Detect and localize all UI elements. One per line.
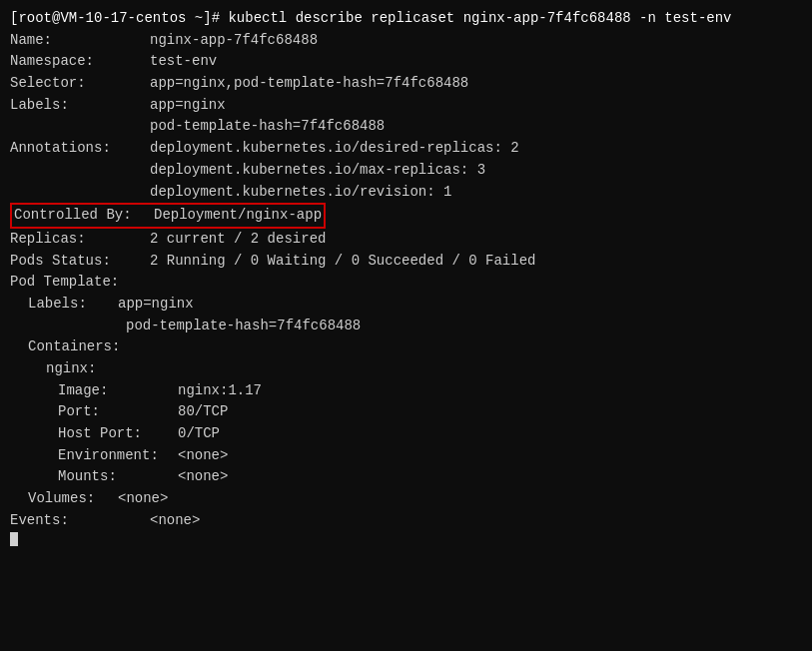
terminal-row: Environment:<none> (10, 445, 802, 467)
row-key: Namespace: (10, 51, 150, 73)
row-key (10, 160, 150, 182)
terminal-row: pod-template-hash=7f4fc68488 (10, 116, 802, 138)
prompt-text: [root@VM-10-17-centos ~]# kubectl descri… (10, 8, 732, 30)
indent-spacer (10, 445, 58, 467)
terminal-row: Selector:app=nginx,pod-template-hash=7f4… (10, 73, 802, 95)
row-key: Pod Template: (10, 272, 150, 294)
terminal-row: Replicas:2 current / 2 desired (10, 229, 802, 251)
terminal-row: Mounts:<none> (10, 466, 802, 488)
row-value: 0/TCP (178, 423, 220, 445)
row-key: Annotations: (10, 138, 150, 160)
cursor (10, 532, 18, 546)
row-key: Name: (10, 30, 150, 52)
row-value: <none> (118, 488, 168, 510)
terminal-row: deployment.kubernetes.io/revision: 1 (10, 182, 802, 204)
terminal-row: Pods Status:2 Running / 0 Waiting / 0 Su… (10, 251, 802, 273)
indent-spacer (10, 423, 58, 445)
row-value: app=nginx (150, 95, 226, 117)
indent-spacer (10, 401, 58, 423)
terminal-row: Labels:app=nginx (10, 294, 802, 316)
terminal-row: Labels:app=nginx (10, 95, 802, 117)
row-value: nginx-app-7f4fc68488 (150, 30, 318, 52)
row-key: nginx: (46, 358, 126, 380)
prompt-line: [root@VM-10-17-centos ~]# kubectl descri… (10, 8, 802, 30)
row-key: Containers: (28, 336, 120, 358)
indent-spacer (10, 358, 46, 380)
row-value: app=nginx (118, 294, 194, 316)
row-key: Pods Status: (10, 251, 150, 273)
highlighted-controlled-by: Controlled By:Deployment/nginx-app (10, 203, 326, 229)
terminal-row: nginx: (10, 358, 802, 380)
indent-spacer (10, 316, 46, 337)
terminal-row: deployment.kubernetes.io/max-replicas: 3 (10, 160, 802, 182)
row-value: test-env (150, 51, 217, 73)
row-key: Image: (58, 380, 178, 402)
row-key: Port: (58, 401, 178, 423)
row-key (46, 316, 126, 337)
row-value: pod-template-hash=7f4fc68488 (126, 316, 361, 337)
terminal-row: Port:80/TCP (10, 401, 802, 423)
terminal-row: pod-template-hash=7f4fc68488 (10, 316, 802, 337)
row-value: app=nginx,pod-template-hash=7f4fc68488 (150, 73, 468, 95)
terminal-row: Namespace:test-env (10, 51, 802, 73)
row-key: Controlled By: (14, 205, 154, 227)
row-key: Volumes: (28, 488, 118, 510)
row-key (10, 116, 150, 138)
terminal-row: Events:<none> (10, 510, 802, 532)
row-key: Environment: (58, 445, 178, 467)
indent-spacer (10, 294, 28, 316)
row-value: <none> (150, 510, 200, 532)
row-value: deployment.kubernetes.io/revision: 1 (150, 182, 451, 204)
row-key: Labels: (28, 294, 118, 316)
cursor-line (10, 532, 802, 546)
terminal-row: Image:nginx:1.17 (10, 380, 802, 402)
indent-spacer (10, 488, 28, 510)
terminal-row: Containers: (10, 336, 802, 358)
row-key: Mounts: (58, 466, 178, 488)
terminal-row: Name:nginx-app-7f4fc68488 (10, 30, 802, 52)
row-value: 2 Running / 0 Waiting / 0 Succeeded / 0 … (150, 251, 535, 273)
row-key: Replicas: (10, 229, 150, 251)
row-value: deployment.kubernetes.io/desired-replica… (150, 138, 519, 160)
row-key (10, 182, 150, 204)
row-key: Host Port: (58, 423, 178, 445)
terminal-row: Volumes:<none> (10, 488, 802, 510)
indent-spacer (10, 336, 28, 358)
row-value: 2 current / 2 desired (150, 229, 326, 251)
indent-spacer (10, 466, 58, 488)
row-value: deployment.kubernetes.io/max-replicas: 3 (150, 160, 485, 182)
row-key: Events: (10, 510, 150, 532)
terminal-row: Controlled By:Deployment/nginx-app (10, 203, 802, 229)
terminal-row: Annotations:deployment.kubernetes.io/des… (10, 138, 802, 160)
row-value: Deployment/nginx-app (154, 205, 322, 227)
terminal-window: [root@VM-10-17-centos ~]# kubectl descri… (10, 8, 802, 651)
row-value: 80/TCP (178, 401, 228, 423)
row-value: <none> (178, 445, 228, 467)
terminal-row: Host Port:0/TCP (10, 423, 802, 445)
row-value: <none> (178, 466, 228, 488)
indent-spacer (10, 380, 58, 402)
terminal-row: Pod Template: (10, 272, 802, 294)
row-key: Labels: (10, 95, 150, 117)
row-value: nginx:1.17 (178, 380, 262, 402)
row-value: pod-template-hash=7f4fc68488 (150, 116, 385, 138)
row-key: Selector: (10, 73, 150, 95)
